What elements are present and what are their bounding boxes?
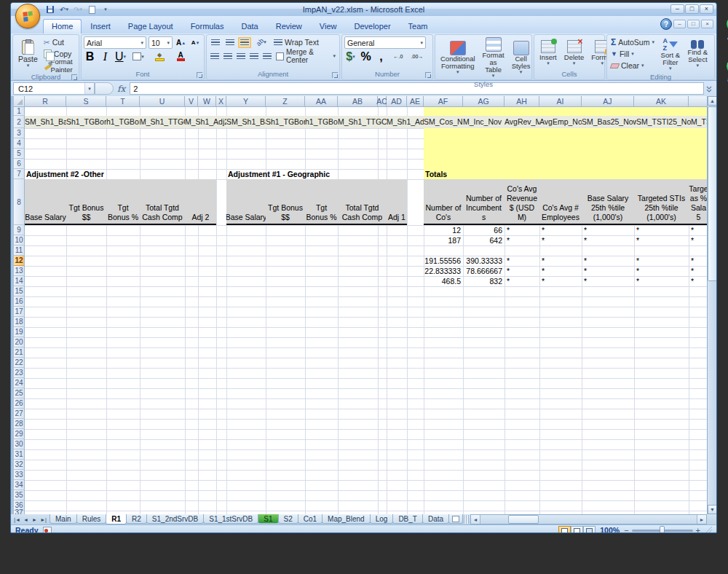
header-cell[interactable]: Adj 2	[185, 179, 216, 224]
row-header-20[interactable]: 20	[14, 337, 25, 347]
select-all-corner[interactable]	[14, 96, 25, 107]
section-title[interactable]: Totals	[425, 169, 447, 179]
row-header-35[interactable]: 35	[14, 490, 25, 500]
workbook-close-button[interactable]: ×	[701, 20, 713, 28]
named-range-label[interactable]: M_Sh1_TTGC0	[140, 116, 185, 128]
data-cell[interactable]: *	[542, 276, 582, 286]
col-header-partial[interactable]	[689, 96, 707, 107]
named-range-label[interactable]: h1_TGBonu	[106, 116, 140, 128]
data-cell[interactable]: *	[691, 266, 707, 276]
macro-record-icon[interactable]	[43, 527, 52, 533]
row-header-14[interactable]: 14	[14, 276, 25, 286]
resize-grip[interactable]	[705, 527, 712, 533]
ribbon-tab-data[interactable]: Data	[232, 19, 266, 34]
row-header-23[interactable]: 23	[14, 368, 25, 378]
ribbon-tab-developer[interactable]: Developer	[345, 19, 399, 34]
decrease-decimal-button[interactable]: .00→	[409, 51, 425, 62]
header-cell[interactable]: Number ofCo's	[424, 179, 463, 224]
data-cell[interactable]: 22.833333	[424, 266, 461, 276]
header-cell[interactable]: Co's Avg #Employees	[539, 179, 582, 224]
cut-button[interactable]: ✂Cut	[42, 36, 78, 48]
named-range-label[interactable]: h1_TGBonu	[305, 116, 338, 128]
data-cell[interactable]: *	[542, 266, 582, 276]
row-header-34[interactable]: 34	[14, 480, 25, 490]
header-cell[interactable]: TgtBonus %	[305, 179, 338, 224]
col-header-Z[interactable]: Z	[266, 96, 305, 107]
find-select-button[interactable]: Find & Select▾	[684, 36, 712, 71]
zoom-level[interactable]: 100%	[600, 526, 620, 533]
font-dialog-launcher[interactable]	[197, 72, 202, 78]
number-format-combo[interactable]: General▾	[344, 36, 426, 49]
sheet-tab-log[interactable]: Log	[370, 514, 394, 524]
comma-button[interactable]: ,	[375, 51, 387, 62]
font-size-combo[interactable]: 10▾	[149, 36, 173, 49]
data-cell[interactable]: *	[584, 266, 634, 276]
row-header-2[interactable]: 2	[14, 116, 25, 128]
save-button[interactable]	[44, 4, 56, 15]
col-header-V[interactable]: V	[185, 96, 198, 107]
name-box-dropdown-icon[interactable]: ▾	[84, 83, 94, 94]
col-header-AI[interactable]: AI	[539, 96, 582, 107]
header-cell[interactable]: Tgt Bonus$$	[266, 179, 305, 224]
insert-cells-button[interactable]: Insert▾	[537, 36, 560, 68]
col-header-AE[interactable]: AE	[407, 96, 424, 107]
ribbon-tab-insert[interactable]: Insert	[82, 19, 119, 34]
workbook-restore-button[interactable]: □	[687, 20, 700, 28]
named-range-label[interactable]: SM_Bas25_Now	[582, 116, 636, 128]
sheet-tab-co1[interactable]: Co1	[298, 514, 323, 524]
data-cell[interactable]: *	[507, 256, 539, 266]
col-header-S[interactable]: S	[66, 96, 106, 107]
data-cell[interactable]: 642	[463, 235, 502, 245]
row-header-27[interactable]: 27	[14, 409, 25, 419]
borders-button[interactable]: ▾	[130, 51, 147, 62]
data-cell[interactable]: *	[584, 256, 634, 266]
desktop-icon-2[interactable]: ame rop	[717, 58, 728, 90]
data-cell[interactable]: *	[584, 235, 634, 245]
col-header-AC[interactable]: AC	[378, 96, 387, 107]
header-cell[interactable]: Targeas %Sala5	[689, 179, 707, 224]
named-range-label[interactable]: Sh1_TGBonu	[266, 116, 305, 128]
clear-button[interactable]: Clear▾	[609, 60, 656, 71]
wrap-text-button[interactable]: Wrap Text	[272, 36, 320, 48]
sheet-tab-s2[interactable]: S2	[278, 514, 298, 524]
data-cell[interactable]: *	[507, 276, 539, 286]
header-cell[interactable]: Base Salary	[25, 179, 66, 224]
vertical-scrollbar[interactable]: ▲ ▼	[707, 96, 716, 514]
header-cell[interactable]: Base Salary	[226, 179, 266, 224]
col-header-AA[interactable]: AA	[305, 96, 338, 107]
ribbon-tab-formulas[interactable]: Formulas	[182, 19, 233, 34]
row-header-16[interactable]: 16	[14, 296, 25, 307]
named-range-label[interactable]: SM_TSTI25_Now	[636, 116, 691, 128]
data-cell[interactable]: *	[636, 266, 689, 276]
row-header-33[interactable]: 33	[14, 470, 25, 480]
col-header-X[interactable]: X	[216, 96, 226, 107]
col-header-AF[interactable]: AF	[424, 96, 463, 107]
data-cell[interactable]: *	[636, 235, 689, 245]
named-range-label[interactable]: M_Sh1_Adj1	[387, 116, 424, 128]
data-cell[interactable]: 832	[463, 276, 502, 286]
row-header-29[interactable]: 29	[14, 429, 25, 439]
col-header-T[interactable]: T	[106, 96, 140, 107]
col-header-U[interactable]: U	[140, 96, 185, 107]
next-sheet-button[interactable]: ►	[31, 517, 39, 522]
col-header-W[interactable]: W	[198, 96, 216, 107]
header-cell[interactable]: Targeted STIs25th %tile(1,000's)	[634, 179, 689, 224]
percent-button[interactable]: %	[360, 51, 372, 62]
header-cell[interactable]: TgtBonus %	[106, 179, 140, 224]
increase-decimal-button[interactable]: ←.0	[390, 51, 406, 62]
row-header-32[interactable]: 32	[14, 460, 25, 470]
underline-button[interactable]: U▾	[114, 51, 127, 62]
row-header-10[interactable]: 10	[14, 235, 25, 245]
page-break-view-button[interactable]	[583, 526, 596, 534]
row-header-21[interactable]: 21	[14, 347, 25, 358]
header-cell[interactable]: Number ofIncumbents	[463, 179, 505, 224]
data-cell[interactable]: 66	[463, 225, 502, 235]
scroll-up-arrow[interactable]: ▲	[708, 96, 717, 106]
row-header-22[interactable]: 22	[14, 358, 25, 368]
row-header-30[interactable]: 30	[14, 439, 25, 449]
col-header-Y[interactable]: Y	[226, 96, 266, 107]
help-button[interactable]: ?	[660, 18, 672, 30]
row-header-6[interactable]: 6	[14, 159, 25, 169]
ribbon-tab-page-layout[interactable]: Page Layout	[119, 19, 182, 34]
data-cell[interactable]: *	[636, 276, 689, 286]
